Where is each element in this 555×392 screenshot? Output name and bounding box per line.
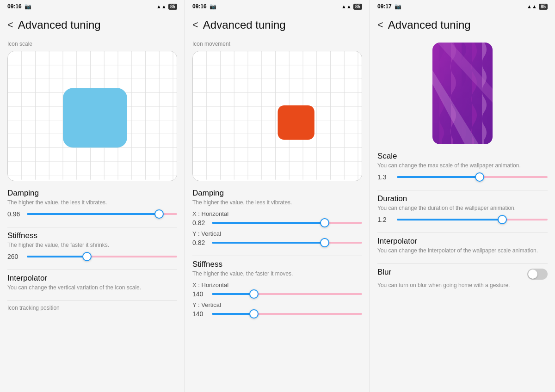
signal-icon-1: ▲▲ — [156, 4, 166, 9]
stiffness-slider-row-1: 260 — [7, 253, 177, 260]
scale-thumb-3[interactable] — [475, 172, 484, 182]
blur-toggle-3[interactable] — [527, 269, 548, 280]
stiffness-section-2: Stiffness The higher the value, the fast… — [192, 260, 362, 318]
stiffness-thumb-1[interactable] — [82, 252, 92, 261]
stiffness-x-slider-2[interactable] — [212, 293, 362, 295]
stiffness-y-value-2: 140 — [192, 310, 207, 318]
stiffness-y-thumb-2[interactable] — [249, 309, 259, 318]
divider-1b — [7, 270, 177, 270]
signal-icon-3: ▲▲ — [527, 4, 537, 9]
bottom-label-1: Icon tracking position — [7, 305, 177, 311]
stiffness-value-1: 260 — [7, 253, 22, 260]
scale-section-3: Scale You can change the max scale of th… — [377, 152, 548, 181]
content-1[interactable]: Icon scale — [0, 35, 185, 392]
stiffness-x-row-2: 140 — [192, 290, 362, 298]
header-1: < Advanced tuning — [0, 13, 185, 35]
damping-title-2: Damping — [192, 189, 362, 198]
damping-x-value-2: 0.82 — [192, 219, 207, 227]
header-3: < Advanced tuning — [370, 13, 555, 35]
interpolator-section-1: Interpolator You can change the vertical… — [7, 274, 177, 292]
status-right-2: ▲▲ 85 — [341, 4, 362, 10]
damping-y-thumb-2[interactable] — [320, 238, 329, 247]
screen-wallpaper: 09:17 📷 ▲▲ 85 < Advanced tuning — [370, 0, 555, 392]
duration-thumb-3[interactable] — [498, 215, 507, 224]
screen-icon-movement: 09:16 📷 ▲▲ 85 < Advanced tuning Icon mov… — [185, 0, 370, 392]
interpolator-desc-3: You can change the interpolator of the w… — [377, 247, 548, 255]
duration-section-3: Duration You can change the duration of … — [377, 194, 548, 223]
stiffness-y-row-2: 140 — [192, 310, 362, 318]
damping-slider-1[interactable] — [27, 213, 177, 215]
page-title-3: Advanced tuning — [388, 18, 471, 31]
blur-title-3: Blur — [377, 268, 522, 277]
stiffness-section-1: Stiffness The higher the value, the fast… — [7, 231, 177, 260]
stiffness-slider-1[interactable] — [27, 256, 177, 257]
stiffness-title-1: Stiffness — [7, 231, 177, 240]
grid-canvas-1 — [8, 51, 177, 181]
divider-3c — [377, 263, 548, 264]
blur-toggle-row-3: Blur — [377, 268, 548, 280]
stiffness-x-value-2: 140 — [192, 290, 207, 298]
damping-value-1: 0.96 — [7, 210, 22, 218]
back-button-1[interactable]: < — [7, 19, 13, 31]
divider-1c — [7, 300, 177, 301]
back-button-2[interactable]: < — [192, 19, 198, 31]
content-3[interactable]: Scale You can change the max scale of th… — [370, 35, 555, 392]
duration-desc-3: You can change the duration of the wallp… — [377, 204, 548, 212]
signal-icon-2: ▲▲ — [341, 4, 352, 9]
content-2[interactable]: Icon movement — [185, 35, 370, 392]
damping-title-1: Damping — [7, 189, 177, 198]
grid-svg-1 — [8, 51, 177, 180]
damping-section-1: Damping The higher the value, the less i… — [7, 189, 177, 218]
damping-thumb-1[interactable] — [154, 209, 164, 219]
status-left-3: 09:17 📷 — [377, 3, 401, 10]
back-button-3[interactable]: < — [377, 19, 383, 31]
stiffness-title-2: Stiffness — [192, 260, 362, 269]
interpolator-title-3: Interpolator — [377, 237, 548, 246]
status-right-1: ▲▲ 85 — [156, 4, 177, 10]
scale-slider-row-3: 1.3 — [377, 173, 548, 181]
grid-svg-2 — [193, 51, 362, 180]
wallpaper-preview — [432, 43, 493, 144]
damping-desc-2: The higher the value, the less it vibrat… — [192, 199, 362, 207]
interpolator-title-1: Interpolator — [7, 274, 177, 283]
scale-desc-3: You can change the max scale of the wall… — [377, 162, 548, 170]
scale-title-3: Scale — [377, 152, 548, 161]
divider-1a — [7, 227, 177, 227]
stiffness-y-label-2: Y : Vertical — [192, 301, 362, 308]
damping-y-label-2: Y : Vertical — [192, 230, 362, 237]
camera-icon-3: 📷 — [395, 3, 401, 10]
time-2: 09:16 — [192, 3, 207, 10]
status-left-2: 09:16 📷 — [192, 3, 216, 10]
damping-x-slider-2[interactable] — [212, 222, 362, 224]
blur-text-3: Blur — [377, 268, 522, 278]
stiffness-y-slider-2[interactable] — [212, 313, 362, 315]
preview-box-2 — [192, 51, 362, 181]
screens-container: 09:16 📷 ▲▲ 85 < Advanced tuning Icon sca… — [0, 0, 555, 392]
damping-x-thumb-2[interactable] — [320, 218, 329, 227]
wallpaper-svg — [432, 43, 493, 144]
status-bar-3: 09:17 📷 ▲▲ 85 — [370, 0, 555, 13]
duration-title-3: Duration — [377, 194, 548, 203]
section-label-1: Icon scale — [7, 41, 177, 47]
svg-rect-43 — [278, 105, 314, 140]
divider-2a — [192, 256, 362, 256]
interpolator-section-3: Interpolator You can change the interpol… — [377, 237, 548, 255]
duration-slider-3[interactable] — [397, 219, 548, 220]
damping-y-slider-2[interactable] — [212, 242, 362, 244]
status-left-1: 09:16 📷 — [7, 3, 31, 10]
damping-desc-1: The higher the value, the less it vibrat… — [7, 199, 177, 207]
stiffness-x-thumb-2[interactable] — [249, 289, 259, 299]
divider-3a — [377, 190, 548, 190]
blur-desc-3: You can turn on blur when going home wit… — [377, 282, 548, 289]
battery-1: 85 — [168, 4, 177, 10]
divider-3b — [377, 233, 548, 233]
status-bar-1: 09:16 📷 ▲▲ 85 — [0, 0, 185, 13]
blur-toggle-knob-3 — [528, 270, 537, 279]
scale-slider-3[interactable] — [397, 176, 548, 178]
header-2: < Advanced tuning — [185, 13, 370, 35]
damping-y-row-2: 0.82 — [192, 239, 362, 246]
time-1: 09:16 — [7, 3, 22, 10]
damping-x-row-2: 0.82 — [192, 219, 362, 227]
section-label-2: Icon movement — [192, 41, 362, 47]
stiffness-x-label-2: X : Horizontal — [192, 282, 362, 288]
